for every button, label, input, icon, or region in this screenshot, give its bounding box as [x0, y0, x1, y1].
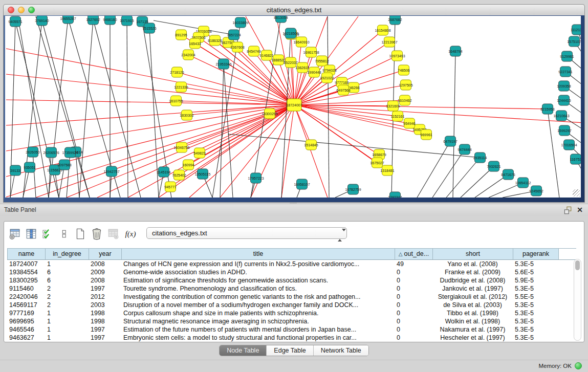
table-cell[interactable]: 1998	[89, 317, 121, 325]
table-cell[interactable]: 2009	[89, 268, 121, 276]
table-cell[interactable]: 2008	[89, 276, 121, 285]
table-cell[interactable]: Franke et al. (2009)	[432, 268, 513, 276]
function-builder-button[interactable]: f(x)	[123, 227, 138, 240]
table-cell[interactable]: 0	[395, 325, 432, 334]
float-panel-icon[interactable]	[563, 206, 572, 215]
table-cell[interactable]: 5.3E-5	[513, 285, 559, 293]
table-cell[interactable]: 2	[45, 293, 89, 301]
table-cell[interactable]: 2012	[89, 293, 121, 301]
table-cell[interactable]: 0	[395, 317, 432, 325]
table-cell[interactable]: 2003	[89, 301, 121, 309]
table-cell[interactable]: 1	[45, 334, 89, 342]
merge-rows-button[interactable]	[57, 227, 71, 240]
table-cell[interactable]: 6	[45, 276, 89, 285]
table-row[interactable]: 2242004622012Investigating the contribut…	[7, 293, 576, 301]
tab-network-table[interactable]: Network Table	[313, 345, 368, 356]
table-cell[interactable]: Genome-wide association studies in ADHD.	[121, 268, 395, 276]
table-cell[interactable]: 0	[395, 268, 432, 276]
table-cell[interactable]: 1998	[89, 309, 121, 317]
column-header-short[interactable]: short	[432, 249, 513, 259]
table-cell[interactable]: 5.3E-5	[513, 309, 559, 317]
table-cell[interactable]: 1	[45, 317, 89, 325]
table-cell[interactable]: Tibbo et al. (1998)	[432, 309, 513, 317]
table-cell[interactable]: 0	[395, 293, 432, 301]
table-vertical-scrollbar[interactable]	[574, 259, 581, 341]
table-cell[interactable]: de Silva et al. (2003)	[432, 301, 513, 309]
table-settings-button[interactable]	[8, 227, 21, 240]
table-cell[interactable]: Investigating the contribution of common…	[121, 293, 395, 301]
table-cell[interactable]: Disruption of a novel member of a sodium…	[121, 301, 395, 309]
table-cell[interactable]: 5.5E-5	[513, 293, 559, 301]
table-row[interactable]: 911546021997Tourette syndrome. Phenomeno…	[7, 285, 576, 293]
column-header-name[interactable]: name	[7, 249, 45, 259]
table-row[interactable]: 946362711997Embryonic stem cells: a mode…	[7, 334, 576, 342]
table-cell[interactable]: 1997	[89, 325, 121, 334]
table-row[interactable]: 977716911998Corpus callosum shape and si…	[7, 309, 576, 317]
table-cell[interactable]: Nakamura et al. (1997)	[432, 325, 513, 334]
table-cell[interactable]: 18300295	[7, 276, 45, 285]
table-cell[interactable]: Changes of HCN gene expression and I(f) …	[121, 260, 395, 268]
network-canvas[interactable]: 1872400713226058182750681863289827508236…	[5, 16, 581, 198]
table-row[interactable]: 946554611997Estimation of the future num…	[7, 325, 576, 334]
tab-edge-table[interactable]: Edge Table	[266, 345, 313, 356]
table-row[interactable]: 1456911722003Disruption of a novel membe…	[7, 301, 576, 309]
table-cell[interactable]: 1	[45, 325, 89, 334]
table-cell[interactable]: 14569117	[7, 301, 45, 309]
table-row[interactable]: 969969511998Structural magnetic resonanc…	[7, 317, 576, 325]
table-cell[interactable]: Yano et al. (2008)	[432, 260, 513, 268]
table-cell[interactable]: Embryonic stem cells: a model to study s…	[121, 334, 395, 342]
table-cell[interactable]: 5.6E-5	[513, 268, 559, 276]
column-header-year[interactable]: year	[89, 249, 121, 259]
table-cell[interactable]: 18724007	[7, 260, 45, 268]
table-cell[interactable]: 9115460	[7, 285, 45, 293]
table-cell[interactable]: Tourette syndrome. Phenomenology and cla…	[121, 285, 395, 293]
window-resize-grip[interactable]	[573, 189, 580, 196]
table-cell[interactable]: 1997	[89, 285, 121, 293]
table-cell[interactable]: Estimation of the future numbers of pati…	[121, 325, 395, 334]
network-view[interactable]: 1872400713226058182750681863289827508236…	[5, 16, 581, 198]
table-cell[interactable]: 5.3E-5	[513, 301, 559, 309]
table-cell[interactable]: Hescheler et al. (1997)	[432, 334, 513, 342]
scrollbar-thumb[interactable]	[575, 260, 580, 270]
table-cell[interactable]: 5.9E-5	[513, 276, 559, 285]
table-cell[interactable]: 1	[45, 260, 89, 268]
column-header-in_degree[interactable]: in_degree	[45, 249, 89, 259]
table-cell[interactable]: 19384554	[7, 268, 45, 276]
table-cell[interactable]: 9777169	[7, 309, 45, 317]
table-cell[interactable]: Estimation of significance thresholds fo…	[121, 276, 395, 285]
show-column-button[interactable]	[25, 227, 38, 240]
tab-node-table[interactable]: Node Table	[220, 345, 266, 356]
table-select-dropdown[interactable]: citations_edges.txt	[146, 227, 347, 239]
table-cell[interactable]: Corpus callosum shape and size in male p…	[121, 309, 395, 317]
table-cell[interactable]: 2008	[89, 260, 121, 268]
table-cell[interactable]: 22420046	[7, 293, 45, 301]
table-cell[interactable]: 5.3E-5	[513, 325, 559, 334]
table-cell[interactable]: Dudbridge et al. (2008)	[432, 276, 513, 285]
table-cell[interactable]: 0	[395, 301, 432, 309]
table-cell[interactable]: 1	[45, 309, 89, 317]
close-panel-icon[interactable]: ✕	[575, 205, 584, 214]
table-cell[interactable]: 0	[395, 285, 432, 293]
table-cell[interactable]: Structural magnetic resonance image aver…	[121, 317, 395, 325]
column-header-pagerank[interactable]: pagerank	[513, 249, 559, 259]
table-cell[interactable]: 2	[45, 301, 89, 309]
table-cell[interactable]: 49	[395, 260, 432, 268]
table-cell[interactable]: 9463627	[7, 334, 45, 342]
select-rows-button[interactable]	[41, 227, 54, 240]
table-cell[interactable]: Jankovic et al. (1997)	[432, 285, 513, 293]
new-table-button[interactable]	[74, 227, 87, 240]
network-nodes[interactable]: 1872400713226058182750681863289827508236…	[8, 16, 581, 198]
table-cell[interactable]: 5.3E-5	[513, 317, 559, 325]
table-cell[interactable]: 2	[45, 285, 89, 293]
table-cell[interactable]: Stergiakouli et al. (2012)	[432, 293, 513, 301]
table-cell[interactable]: 1997	[89, 334, 121, 342]
table-row[interactable]: 1938455462009Genome-wide association stu…	[7, 268, 576, 276]
table-row[interactable]: 1872400712008Changes of HCN gene express…	[7, 260, 576, 268]
table-cell[interactable]: 9699695	[7, 317, 45, 325]
table-row[interactable]: 1830029562008Estimation of significance …	[7, 276, 576, 285]
table-cell[interactable]: 0	[395, 276, 432, 285]
column-header-out_de[interactable]: △out_de...	[395, 249, 432, 259]
table-cell[interactable]: 6	[45, 268, 89, 276]
table-cell[interactable]: 5.3E-5	[513, 260, 559, 268]
table-cell[interactable]: 0	[395, 334, 432, 342]
